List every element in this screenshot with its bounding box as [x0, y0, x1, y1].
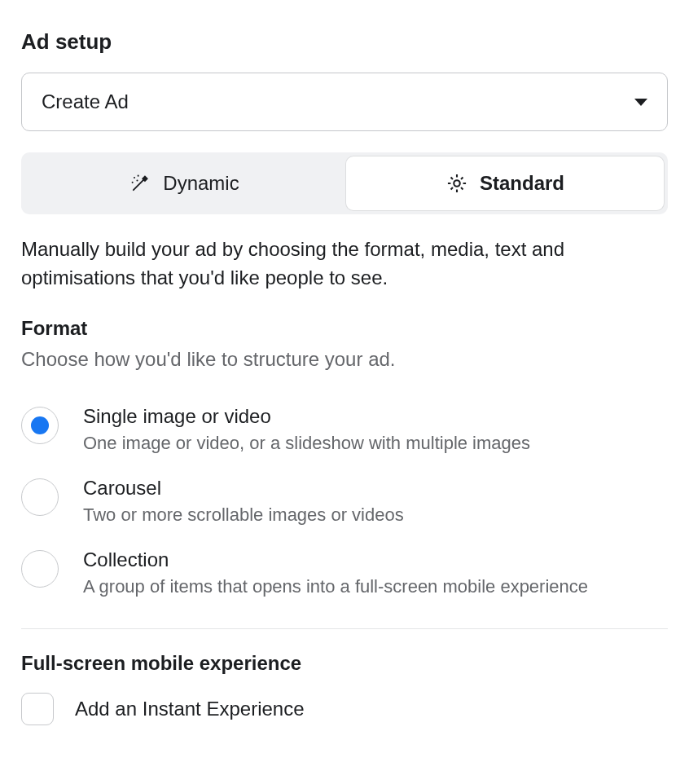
radio-icon: [21, 550, 59, 588]
tab-dynamic-label: Dynamic: [163, 172, 239, 195]
tab-standard-label: Standard: [480, 172, 564, 195]
format-option-collection[interactable]: Collection A group of items that opens i…: [21, 537, 668, 609]
svg-line-0: [134, 178, 145, 190]
ad-mode-segmented: Dynamic Standard: [21, 152, 668, 214]
svg-rect-1: [143, 177, 147, 181]
svg-point-2: [134, 177, 135, 178]
caret-down-icon: [634, 99, 647, 106]
svg-point-6: [454, 180, 459, 186]
svg-point-3: [138, 175, 139, 177]
svg-point-4: [132, 182, 134, 183]
format-option-title: Carousel: [83, 477, 404, 500]
format-option-title: Collection: [83, 548, 588, 571]
instant-experience-label: Add an Instant Experience: [75, 698, 305, 720]
format-option-desc: A group of items that opens into a full-…: [83, 576, 588, 597]
svg-point-5: [137, 179, 138, 181]
create-ad-dropdown-label: Create Ad: [42, 90, 129, 113]
format-option-desc: One image or video, or a slideshow with …: [83, 433, 530, 454]
tab-standard[interactable]: Standard: [346, 156, 664, 210]
radio-icon: [21, 407, 59, 444]
radio-icon: [21, 478, 59, 516]
format-option-title: Single image or video: [83, 405, 530, 428]
format-title: Format: [21, 317, 668, 340]
format-hint: Choose how you'd like to structure your …: [21, 348, 668, 371]
format-option-single[interactable]: Single image or video One image or video…: [21, 394, 668, 465]
instant-experience-checkbox[interactable]: [21, 693, 54, 725]
gear-icon: [445, 172, 468, 195]
format-option-desc: Two or more scrollable images or videos: [83, 504, 404, 526]
section-divider: [21, 628, 668, 629]
create-ad-dropdown[interactable]: Create Ad: [21, 73, 668, 131]
tab-dynamic[interactable]: Dynamic: [25, 156, 343, 210]
format-radio-group: Single image or video One image or video…: [21, 394, 668, 609]
format-option-carousel[interactable]: Carousel Two or more scrollable images o…: [21, 465, 668, 537]
instant-experience-row[interactable]: Add an Instant Experience: [21, 693, 668, 725]
fullscreen-title: Full-screen mobile experience: [21, 652, 668, 675]
magic-wand-icon: [129, 172, 151, 195]
page-title: Ad setup: [21, 29, 668, 55]
mode-description: Manually build your ad by choosing the f…: [21, 236, 668, 293]
